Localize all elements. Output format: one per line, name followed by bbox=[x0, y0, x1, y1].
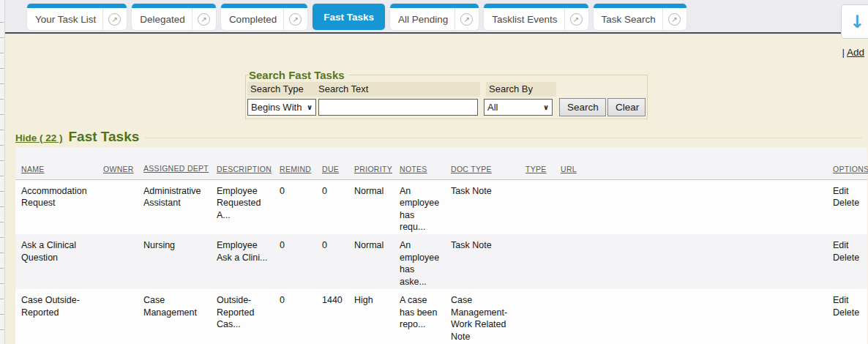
fast-tasks-table-container: NAME OWNER ASSIGNED DEPT DESCRIPTION REM… bbox=[15, 147, 868, 344]
tab-separator bbox=[283, 8, 284, 30]
col-header-description[interactable]: DESCRIPTION bbox=[217, 165, 272, 173]
col-header-notes[interactable]: NOTES bbox=[400, 165, 427, 173]
search-panel-title: Search Fast Tasks bbox=[249, 69, 349, 81]
cell-description: Outside-Reported Cas... bbox=[211, 289, 274, 344]
search-by-select[interactable]: All ∨ bbox=[484, 99, 553, 116]
chevron-down-icon: ∨ bbox=[543, 103, 549, 111]
edit-link[interactable]: Edit bbox=[833, 185, 864, 198]
col-header-options[interactable]: OPTIONS bbox=[833, 165, 868, 173]
cell-doc-type: Task Note bbox=[445, 234, 520, 289]
cell-remind: 0 bbox=[274, 234, 316, 289]
cell-remind: 0 bbox=[274, 289, 316, 344]
cell-name: Ask a Clinical Question bbox=[15, 234, 97, 289]
clear-button[interactable]: Clear bbox=[607, 98, 646, 116]
tab-separator bbox=[564, 8, 565, 30]
down-arrow-icon: ↓ bbox=[850, 12, 864, 32]
table-row: Accommodation Request Administrative Ass… bbox=[15, 179, 867, 234]
search-type-select[interactable]: Begins With ∨ bbox=[247, 99, 316, 116]
popout-arrow-icon[interactable]: ↗ bbox=[198, 13, 210, 26]
cell-type bbox=[520, 289, 555, 344]
cell-priority: Normal bbox=[348, 179, 394, 234]
tab-strip: Your Task List ↗ Delegated ↗ Completed bbox=[0, 0, 868, 30]
table-header-row: NAME OWNER ASSIGNED DEPT DESCRIPTION REM… bbox=[15, 147, 867, 179]
tab-separator bbox=[102, 8, 103, 30]
search-type-label: Search Type bbox=[247, 83, 318, 94]
add-row: | Add bbox=[842, 47, 864, 58]
tab-label: Your Task List bbox=[35, 14, 102, 25]
cell-options: Edit Delete bbox=[827, 179, 867, 234]
tab-task-search[interactable]: Task Search ↗ bbox=[594, 4, 686, 30]
tab-label: Task Search bbox=[602, 14, 662, 25]
search-by-value: All bbox=[487, 102, 498, 113]
col-header-due[interactable]: DUE bbox=[322, 165, 339, 173]
scroll-tabs-button[interactable]: ↓ bbox=[841, 4, 868, 39]
cell-type bbox=[520, 179, 555, 234]
cell-owner bbox=[97, 179, 138, 234]
cell-notes: An employee has requ... bbox=[394, 179, 445, 234]
col-header-doc-type[interactable]: DOC TYPE bbox=[451, 165, 492, 173]
popout-arrow-icon[interactable]: ↗ bbox=[570, 13, 583, 26]
tab-fast-tasks-active[interactable]: Fast Tasks bbox=[313, 4, 385, 30]
col-header-priority[interactable]: PRIORITY bbox=[354, 165, 392, 173]
tab-completed[interactable]: Completed ↗ bbox=[221, 4, 307, 30]
hide-count-link[interactable]: Hide ( 22 ) bbox=[15, 132, 63, 143]
popout-arrow-icon[interactable]: ↗ bbox=[668, 13, 681, 26]
cell-name: Case Outside-Reported bbox=[15, 289, 97, 344]
col-header-url[interactable]: URL bbox=[561, 165, 577, 173]
col-header-owner[interactable]: OWNER bbox=[103, 165, 134, 173]
cell-notes: A case has been repo... bbox=[394, 289, 445, 344]
search-labels-row: Search Type Search Text Search By bbox=[247, 82, 646, 97]
cell-description: Employee Ask a Clini... bbox=[211, 234, 274, 289]
search-text-label: Search Text bbox=[318, 83, 368, 94]
tab-all-pending[interactable]: All Pending ↗ bbox=[390, 4, 479, 30]
search-controls-row: Begins With ∨ All ∨ Search Clear bbox=[247, 98, 646, 116]
cell-options: Edit Delete bbox=[827, 234, 867, 289]
tab-tasklist-events[interactable]: Tasklist Events ↗ bbox=[484, 4, 588, 30]
cell-due: 0 bbox=[316, 179, 348, 234]
edit-link[interactable]: Edit bbox=[833, 239, 864, 252]
col-header-remind[interactable]: REMIND bbox=[280, 165, 311, 173]
cell-owner bbox=[97, 289, 138, 344]
add-link[interactable]: Add bbox=[847, 47, 864, 58]
separator-text: | bbox=[842, 47, 845, 58]
tab-your-task-list[interactable]: Your Task List ↗ bbox=[27, 4, 127, 30]
col-header-type[interactable]: TYPE bbox=[525, 165, 547, 173]
tab-label: Tasklist Events bbox=[492, 14, 564, 25]
main-content: | Add Search Fast Tasks Search Type Sear… bbox=[5, 35, 868, 344]
cell-notes: An employee has aske... bbox=[394, 234, 445, 289]
chevron-down-icon: ∨ bbox=[307, 103, 313, 111]
popout-arrow-icon[interactable]: ↗ bbox=[289, 13, 302, 26]
col-header-assigned-dept[interactable]: ASSIGNED DEPT bbox=[143, 164, 209, 173]
popout-arrow-icon[interactable]: ↗ bbox=[460, 13, 473, 26]
delete-link[interactable]: Delete bbox=[833, 197, 864, 209]
cell-doc-type: Task Note bbox=[445, 179, 520, 234]
search-panel: Search Fast Tasks Search Type Search Tex… bbox=[245, 69, 648, 119]
heading-rule bbox=[145, 138, 862, 138]
cell-doc-type: Case Management-Work Related Note bbox=[445, 289, 520, 344]
cell-type bbox=[520, 234, 555, 289]
cell-priority: Normal bbox=[348, 234, 394, 289]
cell-url bbox=[555, 289, 827, 344]
fast-tasks-table: NAME OWNER ASSIGNED DEPT DESCRIPTION REM… bbox=[15, 147, 867, 344]
popout-arrow-icon[interactable]: ↗ bbox=[108, 13, 121, 26]
cell-options: Edit Delete bbox=[827, 289, 867, 344]
delete-link[interactable]: Delete bbox=[833, 252, 864, 264]
tab-delegated[interactable]: Delegated ↗ bbox=[132, 4, 216, 30]
tab-bar: Your Task List ↗ Delegated ↗ Completed bbox=[0, 0, 868, 34]
search-by-label: Search By bbox=[489, 83, 533, 94]
col-header-name[interactable]: NAME bbox=[21, 165, 45, 173]
left-ruler-strip bbox=[0, 0, 5, 344]
tab-label: Delegated bbox=[140, 14, 192, 25]
tab-separator bbox=[192, 8, 192, 30]
search-button[interactable]: Search bbox=[559, 98, 606, 116]
edit-link[interactable]: Edit bbox=[833, 294, 864, 307]
cell-due: 1440 bbox=[316, 289, 348, 344]
table-row: Ask a Clinical Question Nursing Employee… bbox=[15, 234, 867, 289]
delete-link[interactable]: Delete bbox=[833, 307, 864, 319]
cell-assigned-dept: Nursing bbox=[138, 234, 211, 289]
cell-url bbox=[555, 179, 827, 234]
tab-label: All Pending bbox=[398, 14, 454, 25]
search-text-input[interactable] bbox=[318, 99, 478, 116]
tab-separator bbox=[662, 8, 663, 30]
cell-url bbox=[555, 234, 827, 289]
